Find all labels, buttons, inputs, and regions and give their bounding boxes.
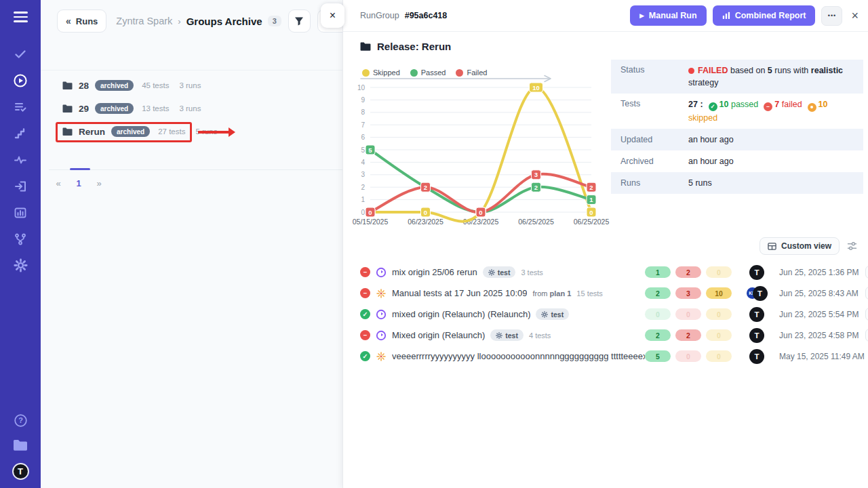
steps-icon[interactable]: [13, 126, 28, 141]
close-button[interactable]: ×: [851, 9, 859, 23]
custom-view-button[interactable]: Custom view: [760, 237, 840, 255]
folder-row-selected[interactable]: Rerun archived 27 tests 5 runs: [41, 120, 342, 143]
tests-check-icon[interactable]: [13, 47, 28, 62]
run-more-button[interactable]: •••: [865, 266, 868, 279]
manual-run-button[interactable]: ▶ Manual Run: [630, 5, 706, 26]
svg-text:3: 3: [361, 171, 365, 178]
run-more-button[interactable]: •••: [865, 329, 868, 342]
test-list-icon[interactable]: [13, 100, 28, 115]
svg-text:3: 3: [534, 171, 538, 178]
passed-count-pill: 5: [645, 350, 671, 362]
tests-value: 27 :✓10 passed−7 failed10 skipped: [688, 98, 855, 123]
skipped-count-pill: 0: [706, 308, 732, 320]
avatar[interactable]: T: [753, 286, 768, 301]
pagination-page-1[interactable]: 1: [68, 176, 89, 191]
pagination-prev[interactable]: «: [48, 176, 68, 191]
run-row[interactable]: ✓mixed origin (Relaunch) (Relaunch)test0…: [360, 304, 857, 325]
svg-text:06/25/2025: 06/25/2025: [574, 218, 610, 226]
svg-text:05/15/2025: 05/15/2025: [353, 218, 389, 226]
svg-text:2: 2: [424, 184, 427, 191]
pagination-divider: [49, 169, 342, 170]
pulse-icon[interactable]: [13, 152, 28, 167]
run-row[interactable]: −Mixed origin (Relaunch)test4 tests220TJ…: [360, 325, 857, 346]
filter-button[interactable]: [288, 9, 311, 33]
failed-status-icon: −: [360, 330, 370, 340]
folder-list: 28 archived 45 tests 3 runs 29 archived …: [41, 74, 342, 143]
svg-text:2: 2: [534, 184, 538, 191]
svg-text:5: 5: [368, 146, 372, 154]
view-settings-icon[interactable]: [847, 241, 857, 251]
projects-folder-icon[interactable]: [13, 438, 28, 453]
result-pills: 2310: [645, 287, 734, 299]
folder-runs-count: 3 runs: [179, 104, 201, 113]
test-type-badge: test: [536, 308, 569, 320]
run-avatars: T: [734, 328, 779, 343]
status-row: Status FAILED based on 5 runs with reali…: [611, 60, 863, 94]
run-info: −Manual tests at 17 Jun 2025 10:09from p…: [360, 288, 645, 299]
run-info: −mix origin 25/06 reruntest3 tests: [360, 266, 645, 278]
breadcrumb-project[interactable]: Zyntra Spark: [116, 16, 172, 26]
folder-row[interactable]: 29 archived 13 tests 3 runs: [41, 97, 342, 120]
run-info: −Mixed origin (Relaunch)test4 tests: [360, 329, 645, 341]
runs-value: 5 runs: [688, 177, 855, 189]
runs-list: −mix origin 25/06 reruntest3 tests120TJu…: [360, 262, 857, 367]
skipped-dot-icon: [808, 103, 816, 112]
help-icon[interactable]: ?: [13, 413, 28, 428]
panel-close-button[interactable]: ×: [321, 3, 344, 28]
pagination-next[interactable]: »: [89, 176, 109, 191]
svg-text:1: 1: [589, 196, 593, 203]
svg-text:1: 1: [361, 196, 365, 203]
run-row[interactable]: −mix origin 25/06 reruntest3 tests120TJu…: [360, 262, 857, 283]
result-pills: 120: [645, 266, 734, 278]
sign-in-icon[interactable]: [13, 179, 28, 194]
run-name[interactable]: veeeerrrrryyyyyyyyyy llooooooooooonnnnng…: [392, 351, 645, 361]
avatar[interactable]: T: [749, 307, 764, 322]
run-tests-count: 3 tests: [521, 268, 542, 277]
groups-count-badge: 3: [268, 16, 281, 26]
current-page-indicator: [70, 168, 90, 170]
run-name[interactable]: Mixed origin (Relaunch): [392, 330, 485, 340]
archived-badge: archived: [111, 126, 150, 137]
run-row[interactable]: −Manual tests at 17 Jun 2025 10:09from p…: [360, 283, 857, 304]
passed-check-icon: ✓: [709, 102, 717, 111]
passed-status-icon: ✓: [360, 351, 370, 361]
failed-count-pill: 0: [675, 350, 701, 362]
skipped-count-pill: 0: [706, 266, 732, 278]
avatar[interactable]: T: [749, 265, 764, 280]
passed-status-icon: ✓: [360, 309, 370, 319]
run-date: Jun 25, 2025 1:36 PM: [779, 268, 859, 277]
runs-play-icon[interactable]: [13, 73, 28, 88]
breadcrumb: Zyntra Spark › Groups Archive 3: [116, 16, 281, 27]
svg-text:8: 8: [361, 108, 365, 116]
run-row[interactable]: ✓veeeerrrrryyyyyyyyyy llooooooooooonnnnn…: [360, 346, 857, 367]
relaunch-run-icon: [376, 309, 387, 320]
svg-text:06/25/2025: 06/25/2025: [518, 218, 554, 226]
gear-icon: [541, 311, 548, 318]
menu-icon[interactable]: [14, 12, 28, 22]
combined-report-button[interactable]: Combined Report: [713, 5, 816, 26]
trend-chart: SkippedPassedFailed 01234567891005/15/20…: [350, 65, 621, 236]
release-title: Release: Rerun: [360, 41, 451, 52]
branch-icon[interactable]: [13, 232, 28, 247]
user-avatar[interactable]: T: [12, 463, 29, 480]
test-type-badge: test: [483, 266, 516, 278]
passed-count-pill: 2: [645, 329, 671, 341]
run-more-button[interactable]: •••: [865, 287, 868, 300]
avatar[interactable]: T: [749, 349, 764, 364]
run-from-plan[interactable]: from plan 1: [532, 289, 571, 298]
avatar[interactable]: T: [749, 328, 764, 343]
back-to-runs-button[interactable]: « Runs: [57, 9, 106, 33]
run-more-button[interactable]: •••: [865, 308, 868, 321]
gear-icon[interactable]: [13, 258, 28, 273]
archived-value: an hour ago: [688, 155, 855, 167]
svg-text:4: 4: [361, 159, 365, 166]
run-name[interactable]: mix origin 25/06 rerun: [392, 267, 477, 277]
run-name[interactable]: Manual tests at 17 Jun 2025 10:09: [392, 288, 527, 298]
bar-chart-icon[interactable]: [13, 205, 28, 220]
folder-row[interactable]: 28 archived 45 tests 3 runs: [41, 74, 342, 97]
skipped-count-pill: 0: [706, 329, 732, 341]
drawer-more-button[interactable]: •••: [821, 6, 842, 26]
relaunch-run-icon: [376, 267, 387, 278]
run-name[interactable]: mixed origin (Relaunch) (Relaunch): [392, 309, 530, 319]
result-pills: 000: [645, 308, 734, 320]
